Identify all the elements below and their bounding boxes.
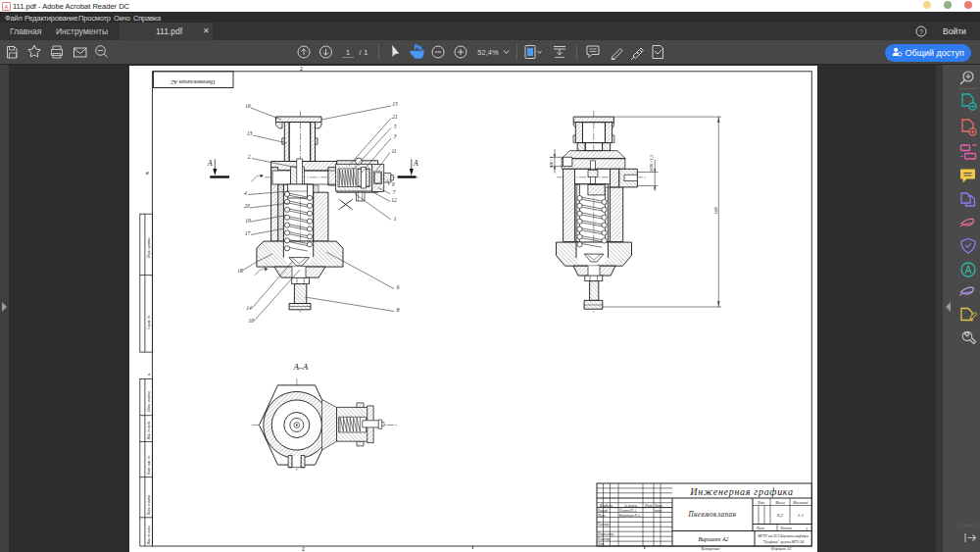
svg-text:А–А: А–А [293, 362, 309, 372]
svg-text:13: 13 [247, 130, 253, 136]
svg-text:"Графика" группа МТ3-34: "Графика" группа МТ3-34 [762, 539, 804, 543]
svg-text:1:1: 1:1 [798, 513, 805, 518]
svg-text:Утв.: Утв. [598, 542, 605, 546]
svg-text:Т.контр.: Т.контр. [598, 523, 610, 527]
svg-text:Вариант А2: Вариант А2 [698, 536, 728, 542]
svg-text:11: 11 [391, 148, 396, 154]
svg-text:Подп. и дата: Подп. и дата [147, 391, 151, 413]
svg-text:Разраб.: Разраб. [597, 508, 609, 512]
svg-text:5: 5 [394, 123, 397, 128]
svg-text:12: 12 [391, 197, 397, 203]
svg-text:2: 2 [302, 545, 305, 551]
svg-text:Листов: Листов [779, 527, 792, 530]
svg-text:14: 14 [246, 305, 252, 311]
svg-text:Масса: Масса [774, 500, 785, 504]
svg-text:Пров.: Пров. [597, 513, 606, 517]
svg-text:1: 1 [394, 215, 397, 221]
svg-text:19: 19 [245, 217, 251, 223]
svg-text:10: 10 [248, 317, 254, 323]
svg-text:6: 6 [397, 284, 400, 290]
svg-text:1: 1 [346, 47, 351, 56]
svg-text:17: 17 [245, 230, 251, 236]
svg-text:8: 8 [397, 307, 400, 313]
svg-text:2: 2 [300, 66, 303, 72]
svg-text:Взам. инв. №: Взам. инв. № [147, 455, 151, 475]
svg-text:А: А [207, 159, 213, 168]
svg-text:18: 18 [237, 267, 243, 273]
svg-text:Н.контр.: Н.контр. [597, 537, 611, 541]
svg-text:/ 1: / 1 [360, 47, 368, 56]
svg-text:2: 2 [248, 153, 251, 159]
svg-text:Инв. № подл.: Инв. № подл. [147, 525, 151, 545]
svg-text:в: в [148, 371, 150, 376]
svg-text:Копировал: Копировал [701, 546, 720, 551]
svg-text:МГТУ им Н.Э.Баумана кафедра: МГТУ им Н.Э.Баумана кафедра [757, 533, 808, 537]
svg-text:Норм.онтр.: Норм.онтр. [597, 532, 614, 536]
svg-text:52,4%: 52,4% [477, 47, 499, 56]
svg-text:Перв. примен.: Перв. примен. [147, 236, 151, 258]
svg-text:3: 3 [393, 133, 397, 139]
svg-text:Масштаб: Масштаб [792, 500, 808, 504]
svg-text:160: 160 [713, 207, 718, 215]
svg-text:Подп. и дата: Подп. и дата [147, 494, 151, 516]
svg-text:7: 7 [393, 189, 396, 195]
svg-text:Пневмоклапан А2: Пневмоклапан А2 [171, 79, 216, 85]
svg-text:Формат А3: Формат А3 [771, 546, 792, 551]
svg-text:Пневмоклапан: Пневмоклапан [687, 511, 736, 519]
svg-text:0,2: 0,2 [777, 513, 784, 519]
svg-text:Лист: Лист [604, 503, 612, 507]
svg-text:Инженерная графика: Инженерная графика [689, 485, 793, 496]
svg-text:Лит.: Лит. [757, 500, 765, 504]
svg-text:М36×1,5: М36×1,5 [649, 154, 655, 173]
svg-text:июня: июня [655, 508, 662, 512]
svg-text:Подп.: Подп. [644, 503, 654, 507]
svg-text:Справ. №: Справ. № [147, 314, 151, 328]
svg-text:М8×1: М8×1 [549, 156, 554, 169]
svg-text:Осипов Н.А.: Осипов Н.А. [619, 508, 637, 512]
svg-text:в: в [146, 170, 149, 176]
svg-text:15: 15 [392, 101, 398, 107]
svg-text:4: 4 [244, 189, 247, 195]
svg-text:Кудрявцев П.А.: Кудрявцев П.А. [618, 513, 641, 517]
svg-text:Дата: Дата [654, 503, 662, 507]
svg-text:21: 21 [392, 113, 398, 119]
svg-text:№ докум.: № докум. [623, 503, 638, 507]
svg-text:Лист: Лист [756, 527, 765, 530]
svg-text:20: 20 [244, 203, 250, 209]
svg-text:А: А [413, 159, 418, 168]
svg-text:1: 1 [806, 526, 808, 530]
svg-text:16: 16 [245, 103, 251, 109]
svg-text:9: 9 [392, 181, 395, 187]
svg-text:?: ? [919, 27, 923, 34]
svg-text:Инв. № дубл.: Инв. № дубл. [147, 420, 151, 440]
